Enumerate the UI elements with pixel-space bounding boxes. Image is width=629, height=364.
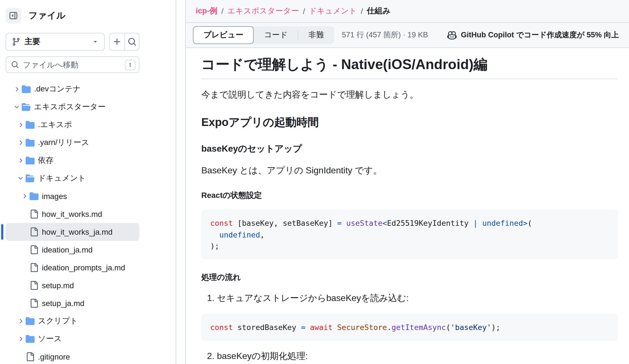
folder-icon (26, 317, 35, 326)
folder-icon (26, 156, 35, 165)
tree-item-スクリプト[interactable]: スクリプト (6, 312, 139, 330)
chevron-down-icon[interactable] (13, 104, 20, 110)
tree-item-label: how_it_works.md (42, 210, 102, 219)
doc-intro: 今まで説明してきた内容をコードで理解しましょう。 (201, 88, 618, 102)
goto-file-field: t (6, 56, 139, 73)
file-icon (26, 352, 35, 361)
tree-item-label: ドキュメント (38, 173, 86, 183)
branch-selector[interactable]: 主要 (6, 33, 105, 51)
tree-item-依存[interactable]: 依存 (6, 152, 139, 169)
markdown-preview: コードで理解しよう - Native(iOS/Android)編 今まで説明して… (186, 48, 629, 364)
folder-icon (26, 334, 35, 343)
tree-item-label: ideation_ja.md (42, 245, 93, 254)
breadcrumb-link[interactable]: エキスポスターター (228, 6, 299, 16)
breadcrumb-link[interactable]: icp-例 (196, 6, 217, 16)
tab-プレビュー[interactable]: プレビュー (193, 26, 254, 44)
flow-list: セキュアなストレージからbaseKeyを読み込む: (201, 292, 618, 305)
chevron-right-icon[interactable] (17, 122, 24, 128)
file-toolbar: プレビューコード非難 571 行 (457 箇所) · 19 KB GitHub… (186, 23, 629, 48)
tree-item-ideation_ja.md[interactable]: ideation_ja.md (6, 241, 139, 259)
file-tree: .devコンテナエキスポスターター.エキスポ.yarn/リリース依存ドキュメント… (6, 80, 139, 364)
chevron-right-icon[interactable] (21, 193, 28, 200)
tree-item-エキスポスターター[interactable]: エキスポスターター (6, 98, 139, 116)
sidebar-header: ファイル (6, 8, 139, 23)
chevron-down-icon[interactable] (17, 175, 24, 182)
doc-title: コードで理解しよう - Native(iOS/Android)編 (201, 56, 618, 79)
tree-item-how_it_works_ja.md[interactable]: how_it_works_ja.md (6, 223, 139, 241)
tree-item-ideation_prompts_ja.md[interactable]: ideation_prompts_ja.md (6, 259, 139, 276)
file-icon (30, 299, 38, 308)
flow-list-item-2: baseKeyの初期化処理: (217, 350, 618, 363)
tree-item-label: .devコンテナ (34, 84, 81, 94)
flow-list-continued: baseKeyの初期化処理: (201, 350, 618, 363)
folder-icon (26, 138, 35, 147)
heading-flow: 処理の流れ (201, 273, 618, 283)
breadcrumb-separator: / (217, 7, 228, 16)
search-icon (11, 61, 19, 69)
tree-item-ドキュメント[interactable]: ドキュメント (6, 169, 139, 187)
search-tree-button[interactable] (124, 33, 139, 50)
heading-react-state: Reactの状態設定 (201, 191, 618, 201)
tree-item-label: how_it_works_ja.md (42, 227, 113, 236)
chevron-right-icon[interactable] (17, 139, 24, 146)
tree-item-label: .yarn/リリース (38, 138, 89, 148)
branch-name: 主要 (25, 37, 88, 47)
file-icon (30, 281, 38, 290)
file-stats: 571 行 (457 箇所) · 19 KB (342, 30, 428, 40)
tree-item-label: ideation_prompts_ja.md (42, 263, 125, 272)
tree-item-setup.md[interactable]: setup.md (6, 276, 139, 294)
folder-open-icon (26, 174, 35, 183)
tree-item-.yarn/リリース[interactable]: .yarn/リリース (6, 134, 139, 152)
breadcrumb: icp-例/エキスポスターター/ドキュメント/仕組み (186, 0, 629, 23)
folder-open-icon (22, 103, 31, 111)
file-icon (30, 210, 38, 219)
tree-item-label: スクリプト (38, 316, 78, 326)
plus-icon (113, 37, 122, 46)
file-icon (30, 245, 38, 254)
tree-item-label: ソース (38, 334, 62, 344)
view-mode-tabs: プレビューコード非難 (193, 26, 334, 44)
file-icon (30, 227, 38, 236)
copilot-banner[interactable]: GitHub Copilot でコード作成速度が 55% 向上 (447, 30, 619, 40)
file-icon (30, 263, 38, 272)
tree-item-label: エキスポスターター (34, 102, 106, 112)
folder-icon (26, 120, 35, 129)
chevron-right-icon[interactable] (17, 157, 24, 164)
section-heading-basekey-setup: baseKeyのセットアップ (201, 144, 618, 155)
tree-actions (109, 33, 139, 51)
file-tree-sidebar: ファイル 主要 (0, 0, 176, 364)
tree-item-label: .エキスポ (38, 120, 72, 130)
tree-item-how_it_works.md[interactable]: how_it_works.md (6, 205, 139, 223)
git-branch-icon (12, 37, 21, 46)
shortcut-key-badge: t (125, 59, 136, 70)
collapse-sidebar-button[interactable] (6, 8, 21, 23)
tree-item-label: .gitignore (38, 352, 70, 361)
file-content-pane: icp-例/エキスポスターター/ドキュメント/仕組み プレビューコード非難 57… (185, 0, 629, 364)
code-block-usestate: const [baseKey, setBaseKey] = useState<E… (201, 210, 618, 259)
tree-item-.devコンテナ[interactable]: .devコンテナ (6, 80, 139, 98)
breadcrumb-current: 仕組み (367, 6, 391, 16)
pane-resize-handle[interactable] (176, 0, 185, 364)
tab-非難[interactable]: 非難 (298, 26, 334, 44)
sidebar-title: ファイル (28, 10, 66, 21)
breadcrumb-link[interactable]: ドキュメント (309, 6, 357, 16)
tree-item-label: images (42, 192, 67, 201)
basekey-description: BaseKey とは、アプリの SignIdentity です。 (201, 164, 618, 178)
chevron-right-icon[interactable] (17, 318, 24, 324)
code-block-securestore: const storedBaseKey = await SecureStore.… (201, 314, 618, 341)
tab-コード[interactable]: コード (254, 26, 298, 44)
sidebar-collapse-icon (9, 11, 18, 20)
tree-item-ソース[interactable]: ソース (6, 330, 139, 348)
new-file-button[interactable] (110, 33, 124, 50)
tree-item-.gitignore[interactable]: .gitignore (6, 348, 139, 364)
tree-item-label: setup_ja.md (42, 299, 84, 308)
flow-list-item-1: セキュアなストレージからbaseKeyを読み込む: (217, 292, 618, 305)
tree-item-setup_ja.md[interactable]: setup_ja.md (6, 294, 139, 312)
goto-file-input[interactable] (23, 60, 121, 69)
tree-item-images[interactable]: images (6, 187, 139, 205)
tree-item-.エキスポ[interactable]: .エキスポ (6, 116, 139, 134)
chevron-right-icon[interactable] (17, 336, 24, 342)
chevron-right-icon[interactable] (13, 86, 20, 93)
tree-item-label: 依存 (38, 156, 54, 166)
search-icon (127, 37, 136, 46)
